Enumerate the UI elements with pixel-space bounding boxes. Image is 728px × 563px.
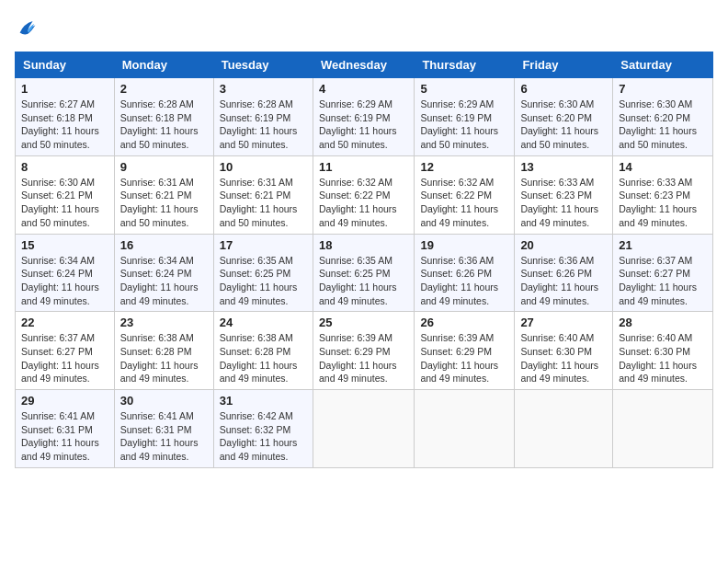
day-info: Sunrise: 6:37 AMSunset: 6:27 PMDaylight:… [619, 254, 707, 308]
calendar-day-cell: 3 Sunrise: 6:28 AMSunset: 6:19 PMDayligh… [213, 78, 313, 156]
calendar-day-cell: 22 Sunrise: 6:37 AMSunset: 6:27 PMDaylig… [16, 312, 115, 390]
logo [15, 15, 44, 40]
day-number: 8 [21, 160, 108, 174]
day-info: Sunrise: 6:35 AMSunset: 6:25 PMDaylight:… [319, 254, 408, 308]
page-header [15, 15, 713, 40]
day-info: Sunrise: 6:38 AMSunset: 6:28 PMDaylight:… [220, 331, 307, 385]
day-info: Sunrise: 6:39 AMSunset: 6:29 PMDaylight:… [319, 331, 408, 385]
calendar-day-cell: 21 Sunrise: 6:37 AMSunset: 6:27 PMDaylig… [613, 234, 713, 312]
calendar-day-cell: 16 Sunrise: 6:34 AMSunset: 6:24 PMDaylig… [114, 234, 213, 312]
calendar-day-cell: 18 Sunrise: 6:35 AMSunset: 6:25 PMDaylig… [313, 234, 414, 312]
calendar-day-cell: 25 Sunrise: 6:39 AMSunset: 6:29 PMDaylig… [313, 312, 414, 390]
day-of-week-header: Friday [515, 52, 613, 78]
day-number: 1 [21, 82, 108, 96]
day-number: 9 [120, 160, 208, 174]
day-of-week-header: Tuesday [213, 52, 313, 78]
day-number: 12 [420, 160, 508, 174]
calendar-day-cell: 5 Sunrise: 6:29 AMSunset: 6:19 PMDayligh… [415, 78, 515, 156]
day-number: 10 [220, 160, 307, 174]
day-info: Sunrise: 6:42 AMSunset: 6:32 PMDaylight:… [220, 409, 307, 464]
day-info: Sunrise: 6:29 AMSunset: 6:19 PMDaylight:… [319, 98, 408, 152]
calendar-day-cell: 15 Sunrise: 6:34 AMSunset: 6:24 PMDaylig… [16, 234, 115, 312]
day-number: 25 [319, 316, 408, 329]
day-info: Sunrise: 6:32 AMSunset: 6:22 PMDaylight:… [319, 176, 408, 230]
calendar-week-row: 8 Sunrise: 6:30 AMSunset: 6:21 PMDayligh… [16, 155, 713, 234]
calendar-day-cell: 4 Sunrise: 6:29 AMSunset: 6:19 PMDayligh… [313, 78, 414, 156]
day-info: Sunrise: 6:38 AMSunset: 6:28 PMDaylight:… [120, 331, 208, 385]
calendar-week-row: 29 Sunrise: 6:41 AMSunset: 6:31 PMDaylig… [16, 390, 713, 468]
day-of-week-header: Wednesday [313, 52, 414, 78]
day-info: Sunrise: 6:30 AMSunset: 6:20 PMDaylight:… [520, 98, 607, 152]
calendar-day-cell: 23 Sunrise: 6:38 AMSunset: 6:28 PMDaylig… [114, 312, 213, 390]
calendar-day-cell: 9 Sunrise: 6:31 AMSunset: 6:21 PMDayligh… [114, 155, 213, 234]
day-number: 23 [120, 316, 208, 329]
calendar-day-cell [313, 390, 414, 468]
day-info: Sunrise: 6:27 AMSunset: 6:18 PMDaylight:… [21, 98, 108, 152]
day-info: Sunrise: 6:28 AMSunset: 6:18 PMDaylight:… [120, 98, 208, 152]
day-number: 28 [619, 316, 707, 329]
calendar-day-cell: 29 Sunrise: 6:41 AMSunset: 6:31 PMDaylig… [16, 390, 115, 468]
calendar-day-cell: 20 Sunrise: 6:36 AMSunset: 6:26 PMDaylig… [515, 234, 613, 312]
day-info: Sunrise: 6:34 AMSunset: 6:24 PMDaylight:… [120, 254, 208, 308]
calendar-day-cell: 6 Sunrise: 6:30 AMSunset: 6:20 PMDayligh… [515, 78, 613, 156]
day-info: Sunrise: 6:34 AMSunset: 6:24 PMDaylight:… [21, 254, 108, 308]
calendar-header-row: SundayMondayTuesdayWednesdayThursdayFrid… [16, 52, 713, 78]
day-info: Sunrise: 6:28 AMSunset: 6:19 PMDaylight:… [220, 98, 307, 152]
calendar-day-cell: 31 Sunrise: 6:42 AMSunset: 6:32 PMDaylig… [213, 390, 313, 468]
calendar-day-cell [415, 390, 515, 468]
calendar-day-cell: 14 Sunrise: 6:33 AMSunset: 6:23 PMDaylig… [613, 155, 713, 234]
calendar-week-row: 22 Sunrise: 6:37 AMSunset: 6:27 PMDaylig… [16, 312, 713, 390]
day-info: Sunrise: 6:39 AMSunset: 6:29 PMDaylight:… [420, 331, 508, 385]
day-info: Sunrise: 6:35 AMSunset: 6:25 PMDaylight:… [220, 254, 307, 308]
day-number: 4 [319, 82, 408, 96]
day-number: 14 [619, 160, 707, 174]
calendar-day-cell: 2 Sunrise: 6:28 AMSunset: 6:18 PMDayligh… [114, 78, 213, 156]
day-info: Sunrise: 6:31 AMSunset: 6:21 PMDaylight:… [220, 176, 307, 230]
day-number: 24 [220, 316, 307, 329]
calendar-day-cell: 13 Sunrise: 6:33 AMSunset: 6:23 PMDaylig… [515, 155, 613, 234]
day-info: Sunrise: 6:32 AMSunset: 6:22 PMDaylight:… [420, 176, 508, 230]
day-number: 3 [220, 82, 307, 96]
day-number: 21 [619, 238, 707, 252]
day-info: Sunrise: 6:30 AMSunset: 6:20 PMDaylight:… [619, 98, 707, 152]
day-number: 29 [21, 394, 108, 408]
day-number: 30 [120, 394, 208, 408]
day-number: 22 [21, 316, 108, 329]
day-number: 5 [420, 82, 508, 96]
calendar-day-cell: 12 Sunrise: 6:32 AMSunset: 6:22 PMDaylig… [415, 155, 515, 234]
day-info: Sunrise: 6:30 AMSunset: 6:21 PMDaylight:… [21, 176, 108, 230]
day-number: 11 [319, 160, 408, 174]
day-number: 20 [520, 238, 607, 252]
day-number: 31 [220, 394, 307, 408]
day-info: Sunrise: 6:41 AMSunset: 6:31 PMDaylight:… [21, 409, 108, 464]
calendar-day-cell: 8 Sunrise: 6:30 AMSunset: 6:21 PMDayligh… [16, 155, 115, 234]
day-info: Sunrise: 6:36 AMSunset: 6:26 PMDaylight:… [420, 254, 508, 308]
day-number: 15 [21, 238, 108, 252]
calendar-day-cell: 19 Sunrise: 6:36 AMSunset: 6:26 PMDaylig… [415, 234, 515, 312]
day-of-week-header: Sunday [16, 52, 115, 78]
calendar-day-cell: 24 Sunrise: 6:38 AMSunset: 6:28 PMDaylig… [213, 312, 313, 390]
day-of-week-header: Thursday [415, 52, 515, 78]
calendar-day-cell: 28 Sunrise: 6:40 AMSunset: 6:30 PMDaylig… [613, 312, 713, 390]
calendar-day-cell: 11 Sunrise: 6:32 AMSunset: 6:22 PMDaylig… [313, 155, 414, 234]
day-number: 27 [520, 316, 607, 329]
calendar-day-cell: 30 Sunrise: 6:41 AMSunset: 6:31 PMDaylig… [114, 390, 213, 468]
day-of-week-header: Saturday [613, 52, 713, 78]
calendar-day-cell: 1 Sunrise: 6:27 AMSunset: 6:18 PMDayligh… [16, 78, 115, 156]
calendar-day-cell [613, 390, 713, 468]
day-number: 26 [420, 316, 508, 329]
calendar-table: SundayMondayTuesdayWednesdayThursdayFrid… [15, 52, 713, 468]
day-info: Sunrise: 6:37 AMSunset: 6:27 PMDaylight:… [21, 331, 108, 385]
calendar-day-cell: 26 Sunrise: 6:39 AMSunset: 6:29 PMDaylig… [415, 312, 515, 390]
day-number: 6 [520, 82, 607, 96]
day-number: 7 [619, 82, 707, 96]
day-info: Sunrise: 6:31 AMSunset: 6:21 PMDaylight:… [120, 176, 208, 230]
day-number: 13 [520, 160, 607, 174]
calendar-day-cell: 17 Sunrise: 6:35 AMSunset: 6:25 PMDaylig… [213, 234, 313, 312]
day-info: Sunrise: 6:33 AMSunset: 6:23 PMDaylight:… [619, 176, 707, 230]
day-number: 19 [420, 238, 508, 252]
calendar-day-cell: 10 Sunrise: 6:31 AMSunset: 6:21 PMDaylig… [213, 155, 313, 234]
day-of-week-header: Monday [114, 52, 213, 78]
calendar-week-row: 15 Sunrise: 6:34 AMSunset: 6:24 PMDaylig… [16, 234, 713, 312]
day-info: Sunrise: 6:29 AMSunset: 6:19 PMDaylight:… [420, 98, 508, 152]
